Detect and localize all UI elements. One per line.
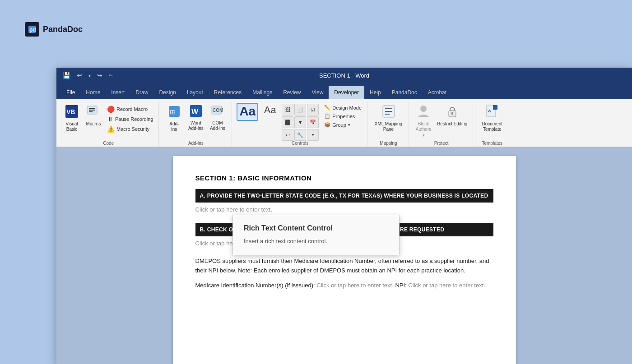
block-authors-label: BlockAuthors <box>416 121 431 132</box>
tab-help[interactable]: Help <box>364 86 386 99</box>
svg-rect-22 <box>493 105 497 110</box>
document-area: SECTION 1: BASIC INFORMATION A. PROVIDE … <box>56 147 632 364</box>
macro-security-icon: ⚠️ <box>107 125 115 133</box>
building-block-button[interactable]: ⬜ <box>294 104 306 115</box>
block-authors-button[interactable]: BlockAuthors ▾ <box>414 103 433 139</box>
restrict-editing-button[interactable]: Restrict Editing <box>435 103 469 128</box>
addins-button[interactable]: ⊞ Add-ins <box>164 103 184 134</box>
addins-group-label: Add-ins <box>163 141 228 147</box>
body-paragraph-1: DMEPOS suppliers must furnish their Medi… <box>195 257 493 276</box>
ribbon-group-protect: BlockAuthors ▾ Restrict Editing Protect <box>410 101 473 147</box>
ribbon-group-controls: Aa Aa 🖼 ⬜ ☑ ⬛ ▼ 📅 <box>233 101 367 147</box>
ribbon-content: VB VisualBasic Macros <box>56 99 632 147</box>
document-template-button[interactable]: W DocumentTemplate <box>480 103 504 134</box>
svg-text:pd: pd <box>29 27 36 33</box>
ribbon-group-templates: W DocumentTemplate Templates <box>474 101 510 147</box>
tab-pandadoc[interactable]: PandaDoc <box>386 86 423 99</box>
redo-qat-btn[interactable]: ↪ <box>95 71 104 80</box>
properties-button[interactable]: 📋 Properties <box>322 112 363 120</box>
macro-options-stack: 🔴 Record Macro ⏸ Pause Recording ⚠️ Macr… <box>105 103 155 134</box>
svg-text:⊞: ⊞ <box>170 108 175 115</box>
tab-home[interactable]: Home <box>80 86 106 99</box>
tab-design[interactable]: Design <box>153 86 181 99</box>
restrict-editing-icon <box>445 104 460 120</box>
word-addins-button[interactable]: W WordAdd-ins <box>186 103 206 133</box>
controls-group-label: Controls <box>237 141 363 147</box>
undo-qat-btn[interactable]: ↩ <box>75 71 84 80</box>
dropdown-button[interactable]: ▼ <box>294 116 306 128</box>
macro-security-button[interactable]: ⚠️ Macro Security <box>105 124 155 134</box>
xml-mapping-pane-button[interactable]: XML MappingPane <box>373 103 404 134</box>
properties-label: Properties <box>332 114 355 119</box>
svg-text:VB: VB <box>66 108 75 115</box>
com-addins-icon: COM <box>211 104 224 120</box>
tab-view[interactable]: View <box>307 86 329 99</box>
tooltip-description: Insert a rich text content control. <box>244 237 388 246</box>
checkbox-button[interactable]: ☑ <box>307 104 319 115</box>
macros-button[interactable]: Macros <box>84 103 103 128</box>
svg-rect-20 <box>451 112 453 115</box>
mapping-group-label: Mapping <box>372 141 405 147</box>
ribbon-tabs: File Home Insert Draw Design Layout Refe… <box>56 83 632 99</box>
tooltip-title: Rich Text Content Control <box>244 224 388 232</box>
code-group-items: VB VisualBasic Macros <box>62 103 155 141</box>
save-qat-btn[interactable]: 💾 <box>61 71 72 80</box>
templates-group-items: W DocumentTemplate <box>480 103 504 141</box>
svg-text:W: W <box>488 109 492 113</box>
tab-developer[interactable]: Developer <box>329 86 364 99</box>
tab-review[interactable]: Review <box>278 86 306 99</box>
templates-group-label: Templates <box>478 141 507 147</box>
pause-recording-button[interactable]: ⏸ Pause Recording <box>105 115 155 124</box>
restrict-editing-label: Restrict Editing <box>437 121 467 127</box>
tab-draw[interactable]: Draw <box>130 86 153 99</box>
picture-control-button[interactable]: 🖼 <box>282 104 293 115</box>
svg-rect-6 <box>89 110 95 111</box>
group-button[interactable]: 📦 Group ▾ <box>322 121 363 129</box>
properties-icon: 📋 <box>324 113 330 119</box>
pause-recording-label: Pause Recording <box>115 116 153 122</box>
record-macro-button[interactable]: 🔴 Record Macro <box>105 105 155 114</box>
macros-label: Macros <box>86 121 101 127</box>
document-template-icon: W <box>485 104 499 120</box>
npi-placeholder[interactable]: Click or tap here to enter text. <box>408 282 485 289</box>
svg-rect-5 <box>89 108 95 109</box>
pandadoc-icon: pd <box>25 22 39 37</box>
tab-acrobat[interactable]: Acrobat <box>423 86 452 99</box>
group-label: Group <box>332 122 346 128</box>
word-addins-icon: W <box>189 104 203 120</box>
code-group-label: Code <box>62 141 155 147</box>
repeating-section-button[interactable]: ↩ <box>282 129 293 141</box>
addins-label: Add-ins <box>169 121 179 132</box>
tab-file[interactable]: File <box>61 86 80 99</box>
word-addins-label: WordAdd-ins <box>188 120 204 131</box>
plain-text-control-button[interactable]: Aa <box>260 103 280 117</box>
ribbon-group-addins: ⊞ Add-ins W WordAdd-ins <box>160 101 232 147</box>
visual-basic-label: VisualBasic <box>65 121 78 132</box>
tab-layout[interactable]: Layout <box>181 86 209 99</box>
pandadoc-bar: pd PandaDoc <box>0 0 632 59</box>
npi-label: NPI: <box>395 282 406 289</box>
addins-icon: ⊞ <box>167 104 181 120</box>
date-picker-button[interactable]: 📅 <box>307 116 319 128</box>
rich-text-control-button[interactable]: Aa <box>237 103 258 121</box>
legacy-tools-button[interactable]: 🔧 <box>294 129 306 141</box>
undo-dropdown-btn[interactable]: ▾ <box>87 72 93 79</box>
tab-mailings[interactable]: Mailings <box>247 86 278 99</box>
visual-basic-button[interactable]: VB VisualBasic <box>62 103 82 134</box>
customize-qat-btn[interactable]: ✏ <box>107 72 114 79</box>
document-template-label: DocumentTemplate <box>482 121 502 132</box>
protect-group-items: BlockAuthors ▾ Restrict Editing <box>414 103 469 141</box>
more-controls-button[interactable]: ▾ <box>307 129 319 141</box>
protect-group-label: Protect <box>414 141 469 147</box>
pandadoc-label: PandaDoc <box>43 25 83 34</box>
tab-references[interactable]: References <box>209 86 247 99</box>
body-paragraph-2: Medicare Identification Number(s) (if is… <box>195 281 493 290</box>
combo-box-button[interactable]: ⬛ <box>282 116 293 128</box>
tab-insert[interactable]: Insert <box>106 86 130 99</box>
quick-access-toolbar: 💾 ↩ ▾ ↪ ✏ <box>61 71 114 80</box>
design-mode-button[interactable]: ✏️ Design Mode <box>322 104 363 111</box>
com-addins-button[interactable]: COM COMAdd-ins <box>208 103 228 133</box>
svg-rect-7 <box>89 111 93 112</box>
medicare-id-placeholder[interactable]: Click or tap here to enter text. <box>316 282 394 289</box>
macro-security-label: Macro Security <box>116 126 149 132</box>
